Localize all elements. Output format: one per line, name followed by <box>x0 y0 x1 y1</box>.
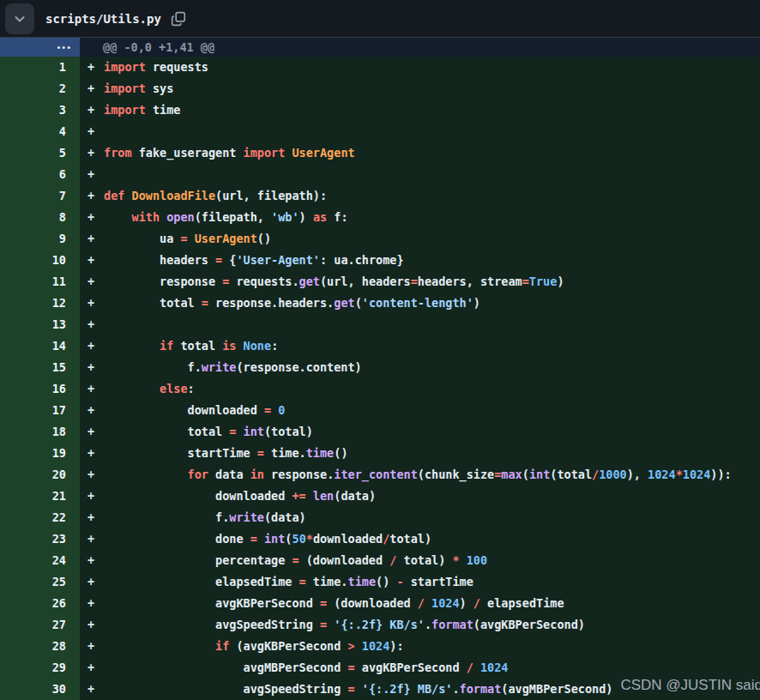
copy-path-button[interactable] <box>171 11 186 27</box>
code-content: + ua = UserAgent() <box>80 228 760 250</box>
hunk-header-text: @@ -0,0 +1,41 @@ <box>80 38 760 57</box>
addition-marker: + <box>87 421 104 443</box>
code-token: 1024 <box>480 661 509 674</box>
hunk-header-row: ••• @@ -0,0 +1,41 @@ <box>0 38 760 57</box>
code-token: format <box>460 682 502 696</box>
addition-marker: + <box>87 400 104 421</box>
line-number[interactable]: 24 <box>0 550 80 571</box>
line-number[interactable]: 14 <box>0 335 80 357</box>
line-number[interactable]: 17 <box>0 400 80 421</box>
line-number[interactable]: 12 <box>0 293 80 314</box>
code-token: = <box>522 275 529 288</box>
code-token: ua <box>104 232 180 245</box>
addition-marker: + <box>87 614 104 636</box>
code-token: (url, filepath): <box>215 189 327 202</box>
line-number[interactable]: 7 <box>0 185 80 207</box>
code-token: sys <box>146 81 174 95</box>
code-token: data <box>208 468 250 481</box>
code-token: * <box>676 468 683 481</box>
code-content: + done = int(50*downloaded/total) <box>80 528 760 550</box>
code-token: (response.content) <box>236 360 361 374</box>
code-token: avgMBPerSecond <box>104 661 347 674</box>
code-token: = <box>347 682 354 696</box>
addition-marker: + <box>87 486 104 507</box>
line-number[interactable]: 15 <box>0 357 80 378</box>
code-token: * <box>306 532 313 546</box>
addition-marker: + <box>87 507 104 528</box>
line-number[interactable]: 9 <box>0 228 80 250</box>
line-number[interactable]: 2 <box>0 78 80 100</box>
diff-line: 14+ if total is None: <box>0 335 760 357</box>
file-path[interactable]: scripts/Utils.py <box>45 12 161 26</box>
diff-line: 29+ avgMBPerSecond = avgKBPerSecond / 10… <box>0 657 760 679</box>
line-number[interactable]: 22 <box>0 507 80 528</box>
line-number[interactable]: 16 <box>0 378 80 400</box>
addition-marker: + <box>87 100 104 121</box>
code-token: (total <box>550 468 592 481</box>
code-token: { <box>222 253 236 267</box>
line-number[interactable]: 13 <box>0 314 80 335</box>
code-token: = <box>292 553 299 567</box>
code-content: + f.write(data) <box>80 507 760 528</box>
line-number[interactable]: 30 <box>0 679 80 700</box>
diff-line: 23+ done = int(50*downloaded/total) <box>0 528 760 550</box>
addition-marker: + <box>87 293 104 314</box>
line-number[interactable]: 19 <box>0 443 80 464</box>
line-number[interactable]: 4 <box>0 121 80 142</box>
addition-marker: + <box>87 142 104 164</box>
diff-line: 24+ percentage = (downloaded / total) * … <box>0 550 760 571</box>
line-number[interactable]: 26 <box>0 593 80 614</box>
code-token: write <box>229 510 264 524</box>
line-number[interactable]: 11 <box>0 271 80 293</box>
line-number[interactable]: 8 <box>0 207 80 228</box>
code-token: headers <box>104 253 215 267</box>
code-token: from <box>104 146 132 160</box>
line-number[interactable]: 10 <box>0 250 80 271</box>
addition-marker: + <box>87 636 104 657</box>
expand-hunk-button[interactable]: ••• <box>0 38 80 57</box>
code-token: = <box>257 446 264 460</box>
code-token: ) <box>473 296 480 310</box>
line-number[interactable]: 27 <box>0 614 80 636</box>
code-token: with <box>132 210 160 224</box>
line-number[interactable]: 23 <box>0 528 80 550</box>
code-content: + if (avgKBPerSecond > 1024): <box>80 636 760 657</box>
line-number[interactable]: 20 <box>0 464 80 486</box>
diff-line: 15+ f.write(response.content) <box>0 357 760 378</box>
line-number[interactable]: 3 <box>0 100 80 121</box>
code-token: = <box>250 532 257 546</box>
code-content: +import sys <box>80 78 760 100</box>
line-number[interactable]: 6 <box>0 164 80 185</box>
diff-line: 4+ <box>0 121 760 142</box>
diff-line: 1+import requests <box>0 57 760 78</box>
line-number[interactable]: 21 <box>0 486 80 507</box>
code-token: UserAgent <box>292 146 354 160</box>
line-number[interactable]: 1 <box>0 57 80 78</box>
diff-line: 2+import sys <box>0 78 760 100</box>
code-content: + with open(filepath, 'wb') as f: <box>80 207 760 228</box>
code-token: = <box>320 596 327 610</box>
code-token: import <box>244 146 286 160</box>
line-number[interactable]: 29 <box>0 657 80 679</box>
code-token: 'content-length' <box>362 296 473 310</box>
diff-line: 10+ headers = {'User-Agent': ua.chrome} <box>0 250 760 271</box>
code-token <box>355 639 362 653</box>
code-content: + startTime = time.time() <box>80 443 760 464</box>
line-number[interactable]: 28 <box>0 636 80 657</box>
addition-marker: + <box>87 357 104 378</box>
addition-marker: + <box>87 443 104 464</box>
line-number[interactable]: 5 <box>0 142 80 164</box>
code-token: UserAgent <box>195 232 257 245</box>
collapse-file-button[interactable] <box>5 3 34 34</box>
code-token: = <box>215 253 222 267</box>
code-token: requests <box>146 60 208 74</box>
line-number[interactable]: 25 <box>0 571 80 593</box>
diff-viewer: scripts/Utils.py ••• @@ -0,0 +1,41 @@ 1+… <box>0 0 760 700</box>
diff-line: 22+ f.write(data) <box>0 507 760 528</box>
code-token: )): <box>710 468 731 481</box>
code-token: / <box>473 596 480 610</box>
code-token: 1024 <box>431 596 460 610</box>
addition-marker: + <box>87 314 104 335</box>
code-token: time <box>348 575 377 588</box>
line-number[interactable]: 18 <box>0 421 80 443</box>
